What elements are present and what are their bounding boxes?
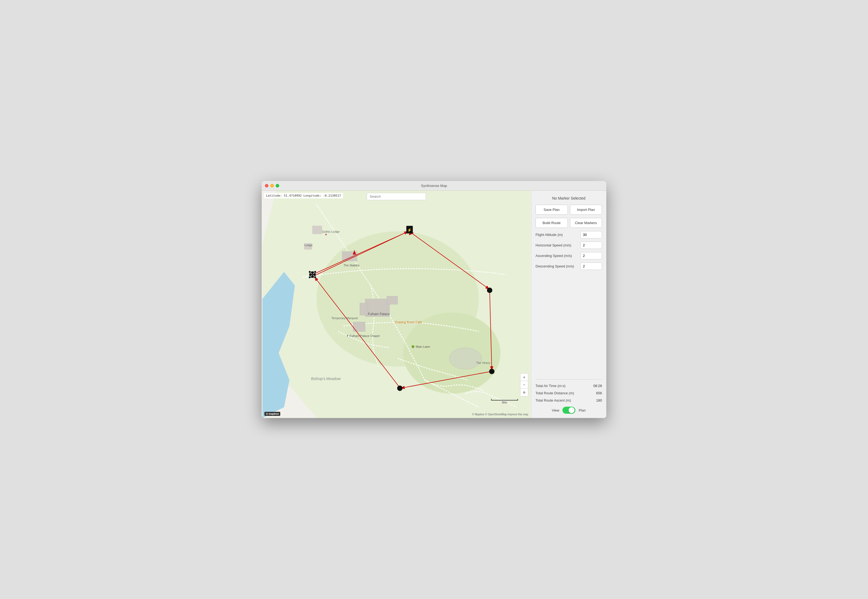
svg-point-31 xyxy=(311,273,314,275)
map-attribution: © Mapbox © OpenStreetMap Improve this ma… xyxy=(472,413,528,416)
divider-1 xyxy=(536,379,602,379)
total-route-ascent-label: Total Route Ascent (m) xyxy=(536,398,571,402)
import-plan-button[interactable]: Import Plan xyxy=(570,205,602,215)
zoom-out-button[interactable]: − xyxy=(520,381,528,389)
toggle-knob xyxy=(569,407,575,413)
label-lodge: Lodge xyxy=(304,244,312,247)
svg-rect-7 xyxy=(312,226,322,234)
map-container[interactable]: Latitude: 51.4710992 Longitude: -0.21305… xyxy=(262,191,531,418)
svg-point-28 xyxy=(314,271,316,273)
app-window: Synthsense Map Latitude: 51.4710992 Long… xyxy=(262,181,606,418)
route-button-row: Build Route Clear Markers xyxy=(536,218,602,228)
horizontal-speed-input[interactable] xyxy=(580,242,602,249)
svg-rect-11 xyxy=(387,296,398,304)
svg-point-29 xyxy=(309,276,311,278)
label-drawing-room-cafe: Drawing Room Café xyxy=(395,321,422,324)
traffic-lights xyxy=(265,184,279,187)
label-fulham-palace: Fulham Palace xyxy=(368,312,390,316)
map-svg[interactable]: ⚡ Gothic Lodge Lodge The Stables Tempora… xyxy=(262,191,531,418)
zoom-reset-button[interactable]: ⊕ xyxy=(520,389,528,396)
label-fulham-palace-chapel: ✝ Fulham Palace Chapel xyxy=(346,334,380,337)
label-main-lawn: 🌳 Main Lawn xyxy=(411,345,430,349)
total-route-distance-value: 656 xyxy=(596,391,602,395)
close-button[interactable] xyxy=(265,184,269,187)
home-marker: ⚡ xyxy=(406,226,413,233)
total-route-distance-label: Total Route Distance (m) xyxy=(536,391,574,395)
coordinates-bar: Latitude: 51.4710992 Longitude: -0.21305… xyxy=(264,193,343,199)
label-bishops-meadow: Bishop's Meadow xyxy=(311,376,341,381)
svg-rect-13 xyxy=(353,322,365,331)
svg-point-27 xyxy=(309,271,311,273)
plan-button-row: Save Plan Import Plan xyxy=(536,205,602,215)
flight-altitude-input[interactable] xyxy=(580,231,602,238)
search-input[interactable] xyxy=(367,193,426,200)
label-gothic-lodge: Gothic Lodge xyxy=(322,230,340,233)
label-temporary-marquee: Temporary Marquee xyxy=(332,316,358,320)
svg-text:⚡: ⚡ xyxy=(407,227,412,232)
marker-status: No Marker Selected xyxy=(536,195,602,202)
descending-speed-input[interactable] xyxy=(580,263,602,270)
ascending-speed-label: Ascending Speed (m/s) xyxy=(536,254,578,258)
save-plan-button[interactable]: Save Plan xyxy=(536,205,568,215)
ascending-speed-row: Ascending Speed (m/s) xyxy=(536,252,602,259)
svg-point-14 xyxy=(449,348,482,369)
total-air-time-label: Total Air Time (m:s) xyxy=(536,384,565,388)
waypoint-3 xyxy=(397,385,402,391)
total-route-distance-row: Total Route Distance (m) 656 xyxy=(536,391,602,395)
label-the-stables: The Stables xyxy=(344,264,359,267)
flight-altitude-row: Flight Altitude (m) xyxy=(536,231,602,238)
main-content: Latitude: 51.4710992 Longitude: -0.21305… xyxy=(262,191,606,418)
total-route-ascent-row: Total Route Ascent (m) 180 xyxy=(536,398,602,402)
total-route-ascent-value: 180 xyxy=(596,398,602,402)
total-air-time-value: 08:28 xyxy=(593,384,602,388)
svg-point-34 xyxy=(325,234,327,235)
minimize-button[interactable] xyxy=(270,184,274,187)
descending-speed-row: Descending Speed (m/s) xyxy=(536,263,602,270)
total-air-time-row: Total Air Time (m:s) 08:28 xyxy=(536,384,602,388)
sidebar: No Marker Selected Save Plan Import Plan… xyxy=(531,191,606,418)
plan-label: Plan xyxy=(578,408,586,412)
view-plan-toggle[interactable] xyxy=(562,407,575,414)
drone-icon xyxy=(309,271,316,278)
waypoint-1 xyxy=(487,287,493,293)
svg-point-30 xyxy=(314,276,316,278)
zoom-in-button[interactable]: + xyxy=(520,373,528,381)
mapbox-logo: ⊙ mapbox xyxy=(264,412,280,416)
build-route-button[interactable]: Build Route xyxy=(536,218,568,228)
ascending-speed-input[interactable] xyxy=(580,252,602,259)
horizontal-speed-row: Horizontal Speed (m/s) xyxy=(536,242,602,249)
zoom-controls: + − ⊕ xyxy=(520,373,528,396)
view-label: View xyxy=(552,408,559,412)
svg-rect-10 xyxy=(360,303,368,315)
scale-label: 50m xyxy=(502,401,507,404)
view-plan-toggle-row: View Plan xyxy=(536,407,602,414)
descending-speed-label: Descending Speed (m/s) xyxy=(536,264,578,268)
window-title: Synthsense Map xyxy=(421,184,447,188)
scale-bar: 50m xyxy=(491,399,518,404)
horizontal-speed-label: Horizontal Speed (m/s) xyxy=(536,243,578,247)
label-the-vinery: The Vinery xyxy=(476,361,491,364)
maximize-button[interactable] xyxy=(276,184,279,187)
waypoint-2 xyxy=(489,369,494,374)
clear-markers-button[interactable]: Clear Markers xyxy=(570,218,602,228)
titlebar: Synthsense Map xyxy=(262,181,606,191)
flight-altitude-label: Flight Altitude (m) xyxy=(536,233,578,237)
